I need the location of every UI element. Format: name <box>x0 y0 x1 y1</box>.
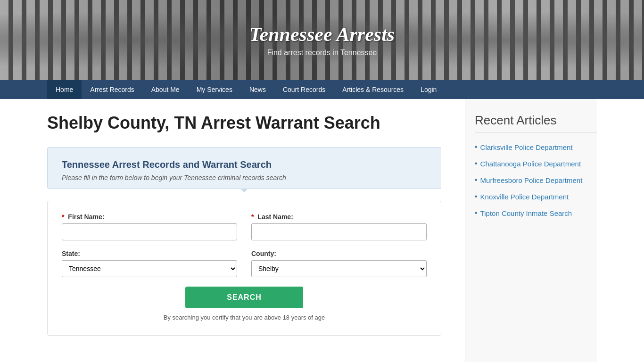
form-group-state: State: Tennessee Alabama Georgia Mississ… <box>62 250 237 277</box>
last-name-input[interactable] <box>251 223 427 240</box>
first-name-label: * First Name: <box>62 213 237 221</box>
state-select[interactable]: Tennessee Alabama Georgia Mississippi <box>62 260 237 277</box>
search-description-box: Tennessee Arrest Records and Warrant Sea… <box>47 147 441 189</box>
nav-item-home[interactable]: Home <box>47 80 82 99</box>
last-name-label: * Last Name: <box>251 213 427 221</box>
nav-item-court-records[interactable]: Court Records <box>274 80 334 99</box>
list-item: Chattanooga Police Department <box>475 159 597 169</box>
list-item: Knoxville Police Department <box>475 192 597 202</box>
search-box-subtitle: Please fill in the form below to begin y… <box>62 174 427 181</box>
state-label: State: <box>62 250 237 257</box>
sidebar-title: Recent Articles <box>475 113 597 133</box>
nav-item-news[interactable]: News <box>241 80 274 99</box>
first-name-input[interactable] <box>62 223 237 240</box>
site-header: Tennessee Arrests Find arrest records in… <box>0 0 644 80</box>
required-star-last: * <box>251 213 254 221</box>
nav-item-login[interactable]: Login <box>412 80 445 99</box>
form-disclaimer: By searching you certify that you are ab… <box>62 314 427 321</box>
nav-item-services[interactable]: My Services <box>188 80 241 99</box>
site-title: Tennessee Arrests <box>249 23 395 46</box>
main-navigation: Home Arrest Records About Me My Services… <box>0 80 644 99</box>
county-label: County: <box>251 250 427 257</box>
nav-item-articles[interactable]: Articles & Resources <box>334 80 412 99</box>
form-row-names: * First Name: * Last Name: <box>62 213 427 240</box>
page-wrapper: Shelby County, TN Arrest Warrant Search … <box>0 99 644 362</box>
main-content: Shelby County, TN Arrest Warrant Search … <box>47 99 451 362</box>
list-item: Tipton County Inmate Search <box>475 208 597 218</box>
sidebar-link-chattanooga[interactable]: Chattanooga Police Department <box>480 159 581 169</box>
required-star-first: * <box>62 213 64 221</box>
sidebar-link-clarksville[interactable]: Clarksville Police Department <box>480 142 573 152</box>
form-group-first-name: * First Name: <box>62 213 237 240</box>
search-button[interactable]: SEARCH <box>185 287 303 308</box>
sidebar-link-murfreesboro[interactable]: Murfreesboro Police Department <box>480 175 583 185</box>
form-group-county: County: Shelby Davidson Knox Hamilton <box>251 250 427 277</box>
nav-item-arrest-records[interactable]: Arrest Records <box>82 80 142 99</box>
form-row-location: State: Tennessee Alabama Georgia Mississ… <box>62 250 427 277</box>
search-box-title: Tennessee Arrest Records and Warrant Sea… <box>62 159 427 170</box>
county-select[interactable]: Shelby Davidson Knox Hamilton <box>251 260 427 277</box>
sidebar: Recent Articles Clarksville Police Depar… <box>465 99 597 362</box>
sidebar-link-tipton[interactable]: Tipton County Inmate Search <box>480 208 572 218</box>
list-item: Clarksville Police Department <box>475 142 597 152</box>
sidebar-link-knoxville[interactable]: Knoxville Police Department <box>480 192 569 202</box>
search-form: * First Name: * Last Name: State: <box>47 201 441 336</box>
list-item: Murfreesboro Police Department <box>475 175 597 185</box>
sidebar-article-list: Clarksville Police Department Chattanoog… <box>475 142 597 218</box>
nav-item-about-me[interactable]: About Me <box>143 80 188 99</box>
page-title: Shelby County, TN Arrest Warrant Search <box>47 113 441 133</box>
site-tagline: Find arrest records in Tennessee <box>267 49 377 57</box>
form-group-last-name: * Last Name: <box>251 213 427 240</box>
